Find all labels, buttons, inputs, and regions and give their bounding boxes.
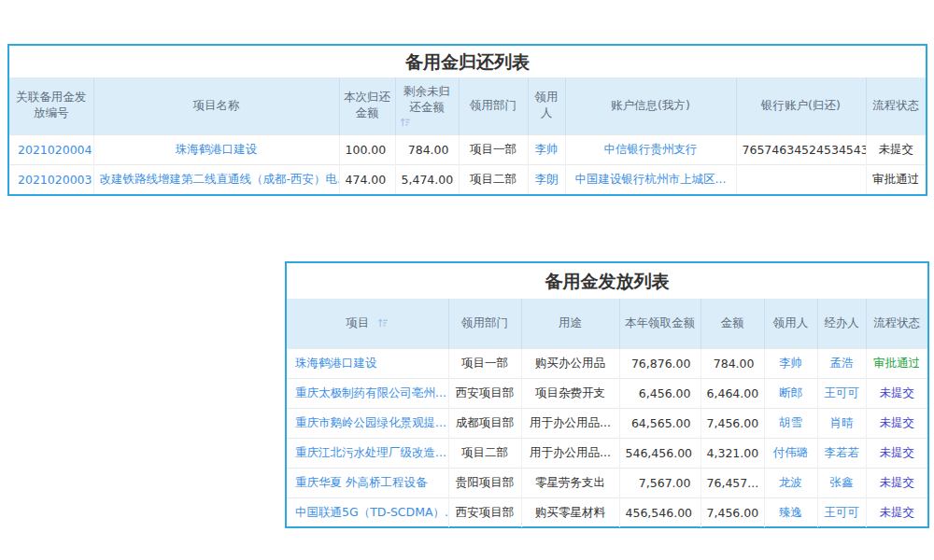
- purpose-cell: 零星劳务支出: [521, 468, 619, 497]
- remaining-amount-cell: 5,474.00: [395, 164, 459, 194]
- table-row: 重庆市鹅岭公园绿化景观提... 成都项目部 用于办公用品... 64,565.0…: [287, 408, 927, 438]
- handler-link[interactable]: 肖晴: [817, 408, 866, 438]
- remaining-amount-cell: 784.00: [395, 134, 459, 164]
- col-header-workflow-status: 流程状态: [866, 77, 926, 134]
- recipient-link[interactable]: 断郎: [764, 378, 817, 408]
- recipient-dept-cell: 项目一部: [459, 134, 528, 164]
- workflow-status-cell: 未提交: [866, 378, 927, 408]
- recipient-link[interactable]: 李朗: [528, 164, 565, 194]
- return-table-title: 备用金归还列表: [9, 46, 926, 77]
- project-name-link[interactable]: 重庆江北污水处理厂级改造...: [287, 438, 448, 468]
- table-row: 珠海鹤港口建设 项目一部 购买办公用品 76,876.00 784.00 李帅 …: [287, 348, 927, 378]
- recipient-dept-cell: 西安项目部: [448, 497, 521, 527]
- col-header-project-name: 项目名称: [93, 77, 339, 134]
- workflow-status-cell: 未提交: [866, 408, 927, 438]
- purpose-cell: 项目杂费开支: [521, 378, 619, 408]
- year-received-amount-cell: 7,567.00: [619, 468, 700, 497]
- col-header-return-bank-account: 银行账户(归还): [736, 77, 866, 134]
- project-name-link[interactable]: 珠海鹤港口建设: [93, 134, 339, 164]
- related-issue-id-link[interactable]: 2021020003: [9, 164, 93, 194]
- purpose-cell: 用于办公用品...: [521, 438, 619, 468]
- sort-icon[interactable]: [377, 317, 389, 329]
- project-name-link[interactable]: 重庆华夏 外高桥工程设备: [287, 468, 448, 497]
- issue-table-title: 备用金发放列表: [287, 263, 927, 299]
- col-header-project[interactable]: 项目: [287, 299, 448, 348]
- issue-list-panel: 备用金发放列表 项目: [285, 261, 929, 528]
- year-received-amount-cell: 6,456.00: [619, 378, 700, 408]
- handler-link[interactable]: 王可可: [817, 378, 866, 408]
- table-row: 重庆太极制药有限公司亳州... 西安项目部 项目杂费开支 6,456.00 6,…: [287, 378, 927, 408]
- project-name-link[interactable]: 改建铁路线增建第二线直通线（成都-西安）电...: [93, 164, 339, 194]
- project-name-link[interactable]: 中国联通5G（TD-SCDMA）...: [287, 497, 448, 527]
- project-name-link[interactable]: 珠海鹤港口建设: [287, 348, 448, 378]
- col-header-amount: 金额: [700, 299, 764, 348]
- recipient-dept-cell: 项目二部: [459, 164, 528, 194]
- amount-cell: 4,321.00: [700, 438, 764, 468]
- col-header-workflow-status: 流程状态: [866, 299, 927, 348]
- col-header-recipient: 领用人: [528, 77, 565, 134]
- recipient-link[interactable]: 李帅: [528, 134, 565, 164]
- amount-cell: 76,457...: [700, 468, 764, 497]
- handler-link[interactable]: 孟浩: [817, 348, 866, 378]
- workflow-status-cell: 未提交: [866, 497, 927, 527]
- recipient-link[interactable]: 臻逸: [764, 497, 817, 527]
- table-row: 2021020003 改建铁路线增建第二线直通线（成都-西安）电... 474.…: [9, 164, 926, 194]
- amount-cell: 6,464.00: [700, 378, 764, 408]
- purpose-cell: 购买零星材料: [521, 497, 619, 527]
- recipient-dept-cell: 贵阳项目部: [448, 468, 521, 497]
- return-table-header-row: 关联备用金发放编号 项目名称 本次归还金额 剩余未归还金额 领用部门: [9, 77, 926, 134]
- return-table: 关联备用金发放编号 项目名称 本次归还金额 剩余未归还金额 领用部门: [9, 77, 926, 194]
- col-header-handler: 经办人: [817, 299, 866, 348]
- workflow-status-cell: 审批通过: [866, 164, 926, 194]
- related-issue-id-link[interactable]: 2021020004: [9, 134, 93, 164]
- amount-cell: 7,456.00: [700, 408, 764, 438]
- col-header-return-amount: 本次归还金额: [339, 77, 395, 134]
- col-header-related-issue-id: 关联备用金发放编号: [9, 77, 93, 134]
- table-row: 重庆华夏 外高桥工程设备 贵阳项目部 零星劳务支出 7,567.00 76,45…: [287, 468, 927, 497]
- col-header-remaining-amount[interactable]: 剩余未归还金额: [395, 77, 459, 134]
- amount-cell: 7,456.00: [700, 497, 764, 527]
- col-header-year-received-amount: 本年领取金额: [619, 299, 700, 348]
- col-header-recipient-dept: 领用部门: [459, 77, 528, 134]
- workflow-status-cell: 未提交: [866, 468, 927, 497]
- return-bank-account-cell: 765746345245345435: [736, 134, 866, 164]
- recipient-link[interactable]: 付伟璐: [764, 438, 817, 468]
- col-header-our-account-info: 账户信息(我方): [565, 77, 736, 134]
- recipient-dept-cell: 项目一部: [448, 348, 521, 378]
- year-received-amount-cell: 546,456.00: [619, 438, 700, 468]
- col-header-purpose: 用途: [521, 299, 619, 348]
- table-row: 中国联通5G（TD-SCDMA）... 西安项目部 购买零星材料 456,546…: [287, 497, 927, 527]
- year-received-amount-cell: 456,546.00: [619, 497, 700, 527]
- recipient-link[interactable]: 胡雪: [764, 408, 817, 438]
- handler-link[interactable]: 张鑫: [817, 468, 866, 497]
- return-list-panel: 备用金归还列表 关联备用金发放编号 项目名称 本次归还金额 剩余未归还金额: [7, 44, 927, 196]
- our-account-link[interactable]: 中国建设银行杭州市上城区...: [565, 164, 736, 194]
- col-header-recipient-dept: 领用部门: [448, 299, 521, 348]
- issue-table-header-row: 项目 领用部门 用途 本年领取金额 金额 领用人 经办人: [287, 299, 927, 348]
- recipient-dept-cell: 项目二部: [448, 438, 521, 468]
- table-row: 2021020004 珠海鹤港口建设 100.00 784.00 项目一部 李帅…: [9, 134, 926, 164]
- purpose-cell: 用于办公用品...: [521, 408, 619, 438]
- table-row: 重庆江北污水处理厂级改造... 项目二部 用于办公用品... 546,456.0…: [287, 438, 927, 468]
- year-received-amount-cell: 64,565.00: [619, 408, 700, 438]
- our-account-link[interactable]: 中信银行贵州支行: [565, 134, 736, 164]
- amount-cell: 784.00: [700, 348, 764, 378]
- workflow-status-cell: 未提交: [866, 134, 926, 164]
- workflow-status-cell: 审批通过: [866, 348, 927, 378]
- return-amount-cell: 474.00: [339, 164, 395, 194]
- purpose-cell: 购买办公用品: [521, 348, 619, 378]
- project-name-link[interactable]: 重庆市鹅岭公园绿化景观提...: [287, 408, 448, 438]
- issue-table: 项目 领用部门 用途 本年领取金额 金额 领用人 经办人: [287, 299, 927, 527]
- year-received-amount-cell: 76,876.00: [619, 348, 700, 378]
- sort-icon[interactable]: [400, 117, 455, 128]
- return-amount-cell: 100.00: [339, 134, 395, 164]
- recipient-link[interactable]: 李帅: [764, 348, 817, 378]
- return-bank-account-cell: [736, 164, 866, 194]
- handler-link[interactable]: 李若若: [817, 438, 866, 468]
- recipient-link[interactable]: 龙波: [764, 468, 817, 497]
- recipient-dept-cell: 成都项目部: [448, 408, 521, 438]
- handler-link[interactable]: 王可可: [817, 497, 866, 527]
- project-name-link[interactable]: 重庆太极制药有限公司亳州...: [287, 378, 448, 408]
- workflow-status-cell: 未提交: [866, 438, 927, 468]
- col-header-recipient: 领用人: [764, 299, 817, 348]
